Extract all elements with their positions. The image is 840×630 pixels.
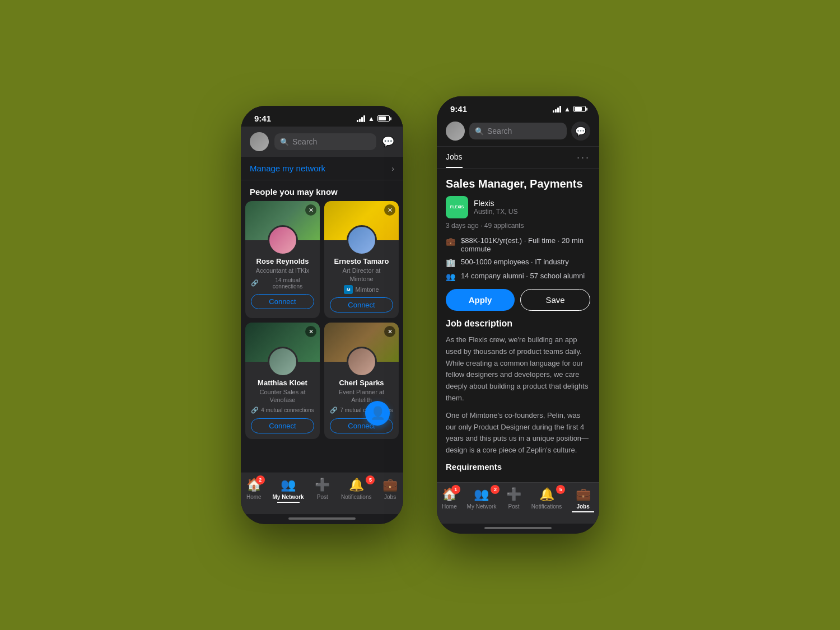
connect-button-rose[interactable]: Connect: [251, 294, 314, 309]
message-icon-2[interactable]: 💬: [571, 122, 590, 141]
nav-jobs-1[interactable]: 💼 Jobs: [382, 478, 398, 503]
mutual-rose: 🔗 14 mutual connections: [251, 277, 314, 290]
post-label-1: Post: [317, 494, 328, 500]
phone-network: 9:41 ▲ 🔍 Search 💬: [241, 106, 403, 524]
person-card-ernesto: ✕ Ernesto Tamaro Art Director at Mimtone…: [324, 201, 399, 318]
person-card-cheri: ✕ Cheri Sparks Event Planner at Antelith…: [324, 323, 399, 439]
nav-jobs-2[interactable]: 💼 Jobs: [572, 487, 594, 512]
requirements-title: Requirements: [446, 462, 590, 472]
user-avatar-2[interactable]: [446, 122, 465, 141]
person-title-ernesto: Art Director at Mimtone: [330, 267, 393, 283]
home-label-2: Home: [442, 503, 457, 510]
avatar-matthias: [268, 347, 298, 377]
chevron-right-icon: ›: [391, 164, 394, 173]
app-header-2: 🔍 Search 💬: [437, 117, 599, 147]
alumni-row: 👥 14 company alumni · 57 school alumni: [446, 272, 590, 281]
signal-icon-2: [553, 106, 561, 113]
home-indicator-1: [288, 517, 356, 520]
tab-jobs-label: Jobs: [446, 152, 463, 161]
notifications-label-2: Notifications: [531, 503, 562, 510]
company-size-text: 500-1000 employees · IT industry: [461, 258, 569, 266]
company-logo-text: FLEXIS: [450, 205, 464, 209]
nav-post-2[interactable]: ➕ Post: [506, 487, 521, 512]
search-placeholder-2: Search: [487, 127, 512, 136]
network-label-1: My Network: [273, 494, 304, 500]
company-name-ernesto: Mimtone: [355, 286, 379, 293]
person-title-rose: Accountant at ITKix: [251, 267, 314, 274]
search-icon-2: 🔍: [475, 127, 484, 136]
status-time-2: 9:41: [450, 104, 467, 114]
battery-icon-2: [573, 106, 586, 112]
apply-button[interactable]: Apply: [446, 289, 515, 311]
jobs-label-2: Jobs: [576, 503, 589, 510]
add-icon: 👤: [370, 406, 385, 421]
post-icon: ➕: [315, 478, 330, 492]
bottom-nav-2: 🏠 1 Home 👥 2 My Network ➕ Post 🔔 5 Notif…: [437, 482, 599, 524]
alumni-icon: 👥: [446, 272, 455, 281]
card-bg-ernesto: ✕: [324, 201, 399, 240]
mutual-icon-rose: 🔗: [251, 279, 259, 287]
job-desc-title: Job description: [446, 319, 590, 329]
nav-network-2[interactable]: 👥 2 My Network: [467, 487, 497, 512]
person-name-rose: Rose Reynolds: [251, 257, 314, 265]
dismiss-ernesto[interactable]: ✕: [384, 204, 395, 216]
dismiss-cheri[interactable]: ✕: [384, 326, 395, 337]
search-placeholder-1: Search: [292, 137, 317, 146]
salary-text: $88K-101K/yr(est.) · Full time · 20 min …: [461, 236, 590, 253]
mutual-matthias: 🔗 4 mutual connections: [251, 407, 314, 414]
dismiss-rose[interactable]: ✕: [305, 204, 316, 216]
connect-button-matthias[interactable]: Connect: [251, 418, 314, 433]
more-options-icon[interactable]: ···: [577, 152, 590, 164]
home-label-1: Home: [246, 494, 262, 500]
company-size-row: 🏢 500-1000 employees · IT industry: [446, 258, 590, 267]
connect-button-ernesto[interactable]: Connect: [330, 297, 393, 312]
notifications-label-1: Notifications: [341, 494, 371, 500]
message-icon[interactable]: 💬: [382, 136, 394, 148]
person-card-matthias: ✕ Matthias Kloet Counter Sales at Venofa…: [245, 323, 320, 439]
person-title-matthias: Counter Sales at Venofase: [251, 388, 314, 404]
company-badge-ernesto: M Mimtone: [330, 285, 393, 294]
app-header-1: 🔍 Search 💬: [241, 127, 403, 157]
salary-row: 💼 $88K-101K/yr(est.) · Full time · 20 mi…: [446, 236, 590, 253]
nav-post-1[interactable]: ➕ Post: [315, 478, 330, 503]
search-bar-1[interactable]: 🔍 Search: [274, 133, 376, 150]
job-meta: 3 days ago · 49 applicants: [446, 222, 590, 230]
people-section-title: People you may know: [241, 180, 403, 201]
company-info: Flexis Austin, TX, US: [474, 199, 517, 216]
active-tab-indicator: [277, 502, 300, 503]
manage-network-row[interactable]: Manage my network ›: [241, 157, 403, 180]
avatar-cheri: [347, 347, 377, 377]
jobs-icon-2: 💼: [576, 487, 591, 502]
person-title-cheri: Event Planner at Antelith: [330, 388, 393, 404]
network-badge-2: 2: [491, 485, 500, 494]
bottom-nav-1: 🏠 2 Home 👥 My Network ➕ Post 🔔 5 Notific…: [241, 473, 403, 514]
network-label-2: My Network: [467, 503, 497, 510]
notifications-badge-1: 5: [366, 475, 375, 484]
manage-network-label: Manage my network: [250, 164, 325, 173]
card-bg-cheri: ✕: [324, 323, 399, 362]
nav-notifications-2[interactable]: 🔔 5 Notifications: [531, 487, 562, 512]
person-card-rose: ✕ Rose Reynolds Accountant at ITKix 🔗 14…: [245, 201, 320, 318]
wifi-icon-2: ▲: [564, 105, 571, 113]
dismiss-matthias[interactable]: ✕: [305, 326, 316, 337]
nav-notifications-1[interactable]: 🔔 5 Notifications: [341, 478, 371, 503]
home-indicator-2: [484, 527, 552, 529]
notifications-icon: 🔔: [349, 478, 364, 492]
active-tab-indicator-2: [572, 511, 594, 512]
card-bg-rose: ✕: [245, 201, 320, 240]
search-bar-2[interactable]: 🔍 Search: [469, 123, 567, 139]
nav-network-1[interactable]: 👥 My Network: [273, 478, 304, 503]
mutual-icon-matthias: 🔗: [251, 407, 259, 414]
user-avatar[interactable]: [250, 132, 269, 151]
nav-home-1[interactable]: 🏠 2 Home: [246, 478, 262, 503]
notifications-icon-2: 🔔: [539, 487, 554, 502]
wifi-icon: ▲: [368, 115, 375, 123]
add-connection-fab[interactable]: 👤: [365, 401, 390, 426]
job-title: Sales Manager, Payments: [446, 178, 590, 190]
mutual-icon-cheri: 🔗: [330, 407, 338, 414]
save-button[interactable]: Save: [520, 289, 590, 311]
nav-home-2[interactable]: 🏠 1 Home: [442, 487, 457, 512]
tab-jobs[interactable]: Jobs: [446, 147, 463, 168]
company-location: Austin, TX, US: [474, 208, 517, 216]
network-icon: 👥: [281, 478, 296, 492]
